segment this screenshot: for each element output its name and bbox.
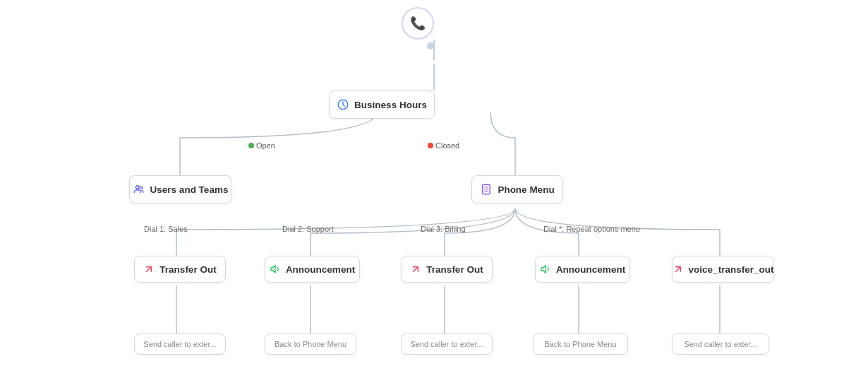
announcement-2-label: Announcement [556,264,625,275]
voice-transfer-sub: Send caller to exter... [672,333,769,355]
transfer-out-2-node[interactable]: Transfer Out [401,256,493,283]
open-label: Open [248,141,275,150]
transfer-out-2-icon [410,264,421,275]
connector-dot [427,42,434,49]
dialstar-label: Dial *: Repeat options menu [543,225,640,233]
announcement-1-node[interactable]: Announcement [265,256,360,283]
announcement-2-sub-label: Back to Phone Menu [544,340,616,348]
voice-transfer-sub-label: Send caller to exter... [684,340,757,348]
transfer-out-2-sub: Send caller to exter... [401,333,493,355]
users-and-teams-node[interactable]: Users and Teams [129,175,231,203]
users-teams-label: Users and Teams [150,184,229,195]
announcement-1-label: Announcement [286,264,355,275]
users-icon [133,183,145,196]
announcement-2-node[interactable]: Announcement [535,256,630,283]
transfer-out-2-sub-label: Send caller to exter... [410,340,483,348]
phone-menu-label: Phone Menu [498,184,554,195]
transfer-out-2-label: Transfer Out [426,264,483,275]
announcement-1-sub: Back to Phone Menu [265,333,356,355]
announcement-2-sub: Back to Phone Menu [533,333,628,355]
closed-label: Closed [428,141,459,150]
svg-point-8 [135,186,139,189]
dial1-label: Dial 1: Sales [144,225,188,233]
business-hours-label: Business Hours [354,100,427,110]
announcement-2-icon [540,264,551,275]
phone-menu-node[interactable]: Phone Menu [471,175,563,203]
announcement-1-sub-label: Back to Phone Menu [275,340,346,348]
transfer-out-1-sub: Send caller to exter... [134,333,226,355]
closed-dot [428,143,433,148]
svg-point-9 [140,187,143,189]
dial3-label: Dial 3: Billing [421,225,466,233]
transfer-out-1-node[interactable]: Transfer Out [134,256,226,283]
business-hours-node[interactable]: Business Hours [329,90,435,119]
open-dot [248,143,254,148]
phone-menu-icon [480,183,493,196]
transfer-out-1-label: Transfer Out [159,264,216,275]
phone-icon: 📞 [402,7,434,40]
clock-icon [337,98,349,111]
transfer-out-1-sub-label: Send caller to exter... [143,340,216,348]
announcement-1-icon [270,264,281,275]
transfer-out-1-icon [143,264,155,275]
voice-transfer-node[interactable]: voice_transfer_out [672,256,774,283]
dial2-label: Dial 2: Support [282,225,334,233]
voice-transfer-label: voice_transfer_out [689,264,774,275]
voice-transfer-icon [673,264,684,275]
